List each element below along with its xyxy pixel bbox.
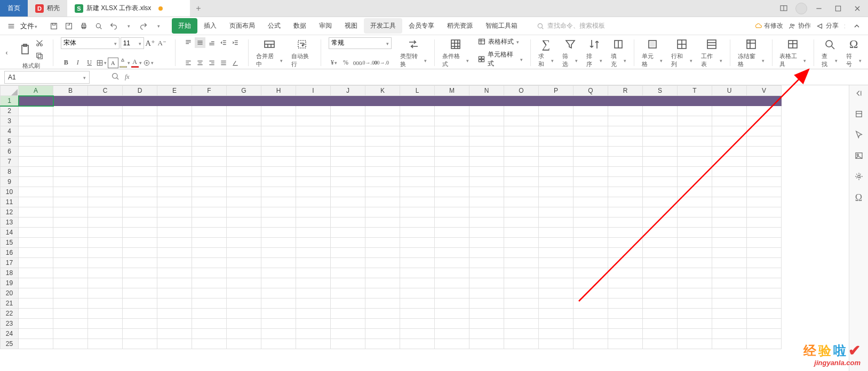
cell[interactable] bbox=[53, 268, 88, 278]
cell[interactable] bbox=[747, 106, 782, 116]
cell[interactable] bbox=[157, 299, 192, 309]
cell[interactable] bbox=[712, 187, 747, 197]
row-header[interactable]: 21 bbox=[1, 299, 19, 309]
cell[interactable] bbox=[88, 238, 123, 248]
cell[interactable] bbox=[261, 177, 296, 187]
typeconv-icon[interactable] bbox=[406, 37, 421, 51]
cell[interactable] bbox=[539, 116, 574, 126]
cell[interactable] bbox=[539, 238, 574, 248]
align-bottom-icon[interactable] bbox=[206, 37, 217, 48]
cell[interactable] bbox=[88, 228, 123, 238]
cell[interactable] bbox=[643, 339, 678, 349]
menu-icon[interactable] bbox=[5, 20, 17, 32]
cell[interactable] bbox=[88, 329, 123, 339]
select-all-corner[interactable] bbox=[1, 86, 19, 96]
cell[interactable] bbox=[296, 207, 331, 217]
cell[interactable] bbox=[574, 309, 608, 319]
cell[interactable] bbox=[400, 238, 435, 248]
cell[interactable] bbox=[469, 187, 504, 197]
name-box[interactable]: A1 bbox=[4, 71, 90, 84]
cell[interactable] bbox=[157, 197, 192, 207]
row-header[interactable]: 15 bbox=[1, 238, 19, 248]
cell[interactable] bbox=[296, 339, 331, 349]
cell-label[interactable]: 单元格 bbox=[642, 52, 663, 68]
cell[interactable] bbox=[469, 167, 504, 177]
cell[interactable] bbox=[365, 228, 400, 238]
cell[interactable] bbox=[435, 197, 469, 207]
cell[interactable] bbox=[123, 268, 157, 278]
cell[interactable] bbox=[712, 116, 747, 126]
cell[interactable] bbox=[539, 258, 574, 268]
cell[interactable] bbox=[19, 258, 53, 268]
cell[interactable] bbox=[365, 339, 400, 349]
saveas-icon[interactable] bbox=[63, 20, 75, 32]
grow-font-icon[interactable]: A⁺ bbox=[145, 38, 156, 49]
cell[interactable] bbox=[123, 126, 157, 136]
cell[interactable] bbox=[747, 167, 782, 177]
orientation-icon[interactable] bbox=[230, 58, 241, 68]
cell[interactable] bbox=[331, 339, 365, 349]
cell[interactable] bbox=[539, 177, 574, 187]
cell[interactable] bbox=[157, 288, 192, 299]
cell[interactable] bbox=[643, 258, 678, 268]
cell[interactable] bbox=[53, 248, 88, 258]
cell[interactable] bbox=[608, 238, 643, 248]
cell[interactable] bbox=[331, 167, 365, 177]
cell[interactable] bbox=[539, 329, 574, 339]
cell[interactable] bbox=[123, 207, 157, 217]
cell[interactable] bbox=[331, 329, 365, 339]
cell[interactable] bbox=[574, 258, 608, 268]
cell[interactable] bbox=[678, 96, 712, 106]
formula-input[interactable] bbox=[134, 71, 868, 84]
cell[interactable] bbox=[400, 207, 435, 217]
cell[interactable] bbox=[88, 96, 123, 106]
cell[interactable] bbox=[643, 329, 678, 339]
cell[interactable] bbox=[296, 217, 331, 228]
cell[interactable] bbox=[19, 339, 53, 349]
row-header[interactable]: 1 bbox=[1, 96, 19, 106]
cell[interactable] bbox=[53, 136, 88, 147]
cell[interactable] bbox=[574, 228, 608, 238]
cell[interactable] bbox=[331, 187, 365, 197]
cell[interactable] bbox=[123, 288, 157, 299]
cell[interactable] bbox=[608, 157, 643, 167]
cell[interactable] bbox=[53, 228, 88, 238]
sort-label[interactable]: 排序 bbox=[586, 52, 602, 68]
typeconv-label[interactable]: 类型转换 bbox=[400, 52, 427, 68]
cell[interactable] bbox=[227, 278, 261, 288]
cell[interactable] bbox=[747, 299, 782, 309]
indent-inc-icon[interactable] bbox=[230, 37, 241, 48]
cell[interactable] bbox=[608, 309, 643, 319]
cell[interactable] bbox=[88, 106, 123, 116]
cell[interactable] bbox=[88, 126, 123, 136]
cell[interactable] bbox=[296, 187, 331, 197]
cell[interactable] bbox=[400, 187, 435, 197]
cell[interactable] bbox=[157, 228, 192, 238]
cell[interactable] bbox=[157, 207, 192, 217]
cell[interactable] bbox=[435, 187, 469, 197]
row-header[interactable]: 23 bbox=[1, 319, 19, 329]
cell[interactable] bbox=[469, 248, 504, 258]
cell[interactable] bbox=[539, 136, 574, 147]
cell[interactable] bbox=[192, 309, 227, 319]
cell[interactable] bbox=[53, 126, 88, 136]
cell[interactable] bbox=[435, 248, 469, 258]
cell[interactable] bbox=[539, 299, 574, 309]
col-header[interactable]: U bbox=[712, 86, 747, 96]
col-header[interactable]: S bbox=[643, 86, 678, 96]
cell[interactable] bbox=[539, 147, 574, 157]
cell[interactable] bbox=[435, 329, 469, 339]
font-size-combo[interactable] bbox=[121, 37, 144, 49]
cell[interactable] bbox=[19, 228, 53, 238]
paste-icon[interactable] bbox=[18, 43, 33, 57]
cell[interactable] bbox=[747, 96, 782, 106]
cell[interactable] bbox=[504, 116, 539, 126]
cell[interactable] bbox=[469, 197, 504, 207]
cell[interactable] bbox=[296, 136, 331, 147]
cell[interactable] bbox=[574, 299, 608, 309]
cell[interactable] bbox=[469, 288, 504, 299]
cell[interactable] bbox=[157, 309, 192, 319]
cell[interactable] bbox=[643, 238, 678, 248]
cell[interactable] bbox=[157, 329, 192, 339]
cell[interactable] bbox=[227, 228, 261, 238]
